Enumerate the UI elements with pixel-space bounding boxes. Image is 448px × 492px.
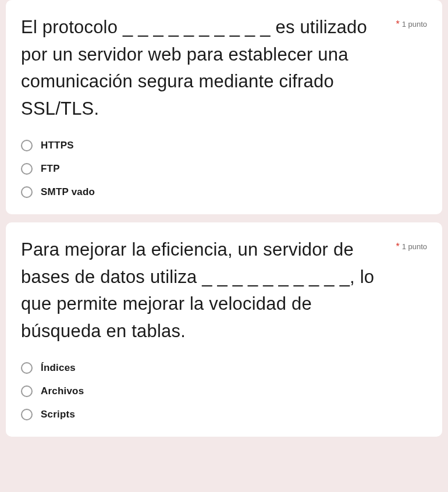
question-text: Para mejorar la eficiencia, un servidor … xyxy=(21,236,396,345)
option-row[interactable]: Archivos xyxy=(21,385,427,397)
question-card: El protocolo _ _ _ _ _ _ _ _ _ _ es util… xyxy=(6,0,442,214)
option-label: FTP xyxy=(41,163,60,175)
radio-icon xyxy=(21,362,33,374)
radio-icon xyxy=(21,385,33,397)
option-row[interactable]: HTTPS xyxy=(21,140,427,151)
question-header: Para mejorar la eficiencia, un servidor … xyxy=(21,236,427,345)
question-header: El protocolo _ _ _ _ _ _ _ _ _ _ es util… xyxy=(21,14,427,122)
question-points: *1 punto xyxy=(396,241,427,252)
required-star-icon: * xyxy=(396,19,399,29)
option-label: Índices xyxy=(41,362,76,374)
option-label: HTTPS xyxy=(41,140,74,151)
option-row[interactable]: SMTP vado xyxy=(21,186,427,198)
option-label: Scripts xyxy=(41,409,75,420)
radio-icon xyxy=(21,186,33,198)
option-label: SMTP vado xyxy=(41,186,95,198)
option-label: Archivos xyxy=(41,385,84,397)
radio-icon xyxy=(21,409,33,420)
option-row[interactable]: FTP xyxy=(21,163,427,175)
points-label: 1 punto xyxy=(402,20,427,29)
option-row[interactable]: Índices xyxy=(21,362,427,374)
option-row[interactable]: Scripts xyxy=(21,409,427,420)
options-group: HTTPS FTP SMTP vado xyxy=(21,140,427,198)
required-star-icon: * xyxy=(396,242,399,252)
question-points: *1 punto xyxy=(396,19,427,29)
points-label: 1 punto xyxy=(402,242,427,251)
options-group: Índices Archivos Scripts xyxy=(21,362,427,420)
question-card: Para mejorar la eficiencia, un servidor … xyxy=(6,222,442,437)
radio-icon xyxy=(21,140,33,151)
question-text: El protocolo _ _ _ _ _ _ _ _ _ _ es util… xyxy=(21,14,396,122)
radio-icon xyxy=(21,163,33,175)
